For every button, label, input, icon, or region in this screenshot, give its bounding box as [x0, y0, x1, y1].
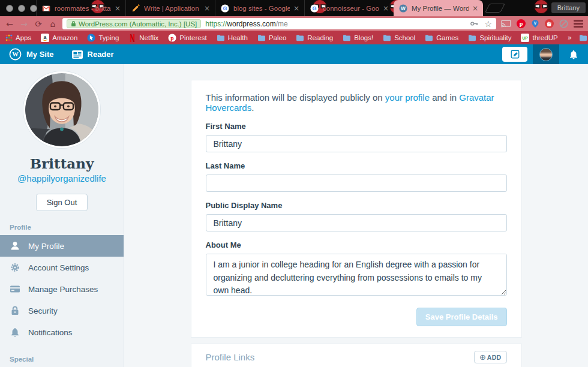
profile-links-title: Profile Links	[206, 352, 255, 362]
credit-card-icon	[10, 284, 20, 294]
adblock-hand-extension-icon[interactable]	[545, 19, 554, 28]
intro-text-part: and in	[430, 92, 459, 103]
bookmark-folder-blogs[interactable]: Blogs!	[343, 34, 373, 41]
profile-details-card: This information will be displayed publi…	[191, 80, 522, 338]
my-site-nav[interactable]: W My Site	[0, 44, 63, 64]
address-bar[interactable]: WordPress.com (Automattic, Inc.) [US] ht…	[62, 18, 496, 29]
bookmarks-overflow-chevron[interactable]: »	[568, 34, 572, 42]
bookmark-pinterest[interactable]: p Pinterest	[168, 34, 206, 42]
sidebar-item-notifications[interactable]: Notifications	[0, 321, 124, 343]
bookmark-star-icon[interactable]: ☆	[484, 20, 492, 28]
bookmark-amazon[interactable]: a Amazon	[41, 34, 77, 42]
reader-icon	[72, 50, 83, 59]
main-panel: This information will be displayed publi…	[124, 64, 588, 367]
bookmark-typing[interactable]: Typing	[87, 34, 119, 42]
tab-connoisseur-search[interactable]: G connoisseur - Google Searc ×	[304, 0, 394, 16]
profile-sidebar: Brittany @happilyorganizedlife Sign Out …	[0, 64, 124, 367]
tab-roommates-email[interactable]: roommates - brittany.hayes ×	[36, 0, 125, 16]
sidebar-section-profile: Profile	[0, 224, 124, 231]
bookmark-thredup[interactable]: UP thredUP	[521, 34, 557, 42]
other-bookmarks-folder[interactable]: Other Bookmarks	[579, 34, 588, 41]
bookmark-folder-school[interactable]: School	[383, 34, 415, 41]
svg-text:V: V	[534, 21, 537, 25]
window-zoom-button[interactable]	[30, 5, 37, 12]
bookmark-folder-paleo[interactable]: Paleo	[257, 34, 286, 41]
key-icon[interactable]	[470, 20, 479, 28]
browser-toolbar: ← → ⟳ ⌂ WordPress.com (Automattic, Inc.)…	[0, 16, 588, 31]
window-close-button[interactable]	[6, 5, 13, 12]
bookmark-netflix[interactable]: Netflix	[128, 34, 158, 42]
sidebar-item-label: Account Settings	[28, 263, 89, 272]
reload-button[interactable]: ⟳	[34, 20, 43, 28]
close-icon[interactable]: ×	[204, 4, 210, 13]
secure-badge[interactable]: WordPress.com (Automattic, Inc.) [US]	[67, 19, 201, 28]
sidebar-item-my-profile[interactable]: My Profile	[0, 235, 124, 257]
bookmark-folder-spirituality[interactable]: Spirituality	[468, 34, 511, 41]
home-button[interactable]: ⌂	[48, 20, 58, 28]
lock-icon	[71, 20, 76, 27]
bookmark-label: Apps	[16, 34, 31, 41]
add-profile-link-button[interactable]: ⊕ADD	[474, 351, 507, 363]
folder-icon	[296, 34, 304, 41]
back-button[interactable]: ←	[5, 20, 14, 28]
close-icon[interactable]: ×	[293, 4, 299, 13]
bookmark-label: Spirituality	[479, 34, 511, 41]
about-me-textarea[interactable]: I am a junior in college heading for an …	[206, 254, 507, 296]
last-name-input[interactable]	[206, 175, 507, 192]
browser-profile-chip[interactable]: Brittany	[551, 2, 586, 13]
menu-icon[interactable]	[574, 20, 583, 28]
bookmark-apps[interactable]: Apps	[5, 34, 31, 41]
user-icon	[10, 240, 20, 251]
first-name-label: First Name	[206, 122, 507, 131]
cast-extension-icon[interactable]	[501, 20, 511, 28]
first-name-input[interactable]	[206, 135, 507, 152]
tab-write-application[interactable]: Write | Application ×	[125, 0, 215, 16]
bookmark-folder-health[interactable]: Health	[217, 34, 248, 41]
avatar-mini	[539, 48, 553, 61]
reader-nav[interactable]: Reader	[63, 44, 123, 64]
new-post-button[interactable]	[502, 47, 527, 62]
page-content: Brittany @happilyorganizedlife Sign Out …	[0, 64, 588, 367]
extension-icons: p V	[501, 19, 583, 28]
bell-icon	[568, 49, 579, 60]
close-icon[interactable]: ×	[383, 4, 389, 13]
close-icon[interactable]: ×	[115, 4, 121, 13]
thredup-icon: UP	[521, 34, 529, 42]
profile-links-card: Profile Links ⊕ADD	[191, 344, 522, 367]
svg-text:a: a	[44, 34, 47, 40]
amazon-icon: a	[41, 34, 49, 42]
public-display-name-input[interactable]	[206, 214, 507, 231]
folder-icon	[257, 34, 266, 41]
bookmark-label: Typing	[98, 34, 119, 41]
last-name-label: Last Name	[206, 161, 507, 170]
sign-out-button[interactable]: Sign Out	[36, 194, 88, 211]
pinterest-extension-icon[interactable]: p	[517, 19, 526, 28]
bookmarks-bar: Apps a Amazon Typing Netflix p Pinterest…	[0, 31, 588, 44]
new-tab-button[interactable]	[485, 4, 505, 13]
lock-icon	[10, 305, 20, 316]
sidebar-item-account-settings[interactable]: Account Settings	[0, 257, 124, 278]
google-icon: G	[310, 4, 319, 13]
url-scheme: https://	[205, 20, 227, 28]
tab-blog-sites-search[interactable]: G blog sites - Google Search ×	[215, 0, 304, 16]
bookmark-folder-games[interactable]: Games	[425, 34, 458, 41]
window-minimize-button[interactable]	[18, 5, 25, 12]
blue-pin-extension-icon[interactable]: V	[531, 19, 539, 28]
sidebar-item-security[interactable]: Security	[0, 300, 124, 321]
your-profile-link[interactable]: your profile	[385, 92, 430, 103]
svg-text:p: p	[520, 20, 523, 27]
forward-button[interactable]: →	[19, 20, 29, 28]
sidebar-item-label: Notifications	[28, 328, 73, 337]
profile-handle-link[interactable]: @happilyorganizedlife	[0, 173, 124, 184]
close-icon[interactable]: ×	[472, 4, 478, 13]
tab-my-profile-wordpress[interactable]: W My Profile — WordPress.co ×	[394, 0, 483, 16]
browser-tab-bar: roommates - brittany.hayes × Write | App…	[0, 0, 588, 16]
bookmark-label: Netflix	[139, 34, 158, 41]
notifications-nav[interactable]	[559, 44, 588, 64]
sidebar-item-manage-purchases[interactable]: Manage Purchases	[0, 278, 124, 300]
save-profile-details-button[interactable]: Save Profile Details	[416, 308, 507, 326]
bookmark-folder-reading[interactable]: Reading	[296, 34, 333, 41]
me-nav[interactable]	[533, 44, 559, 64]
disabled-circle-extension-icon[interactable]	[559, 19, 568, 28]
apps-grid-icon	[5, 34, 13, 41]
